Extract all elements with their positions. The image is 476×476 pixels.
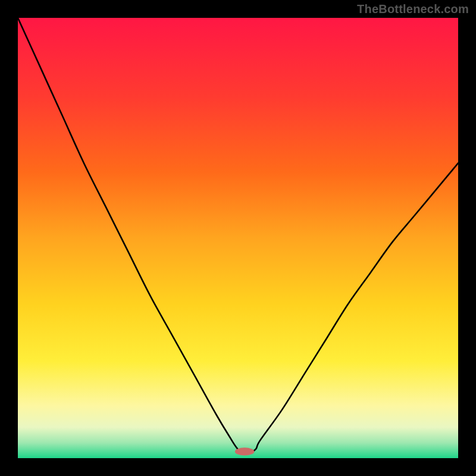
bottleneck-chart <box>18 18 458 458</box>
gradient-background <box>18 18 458 458</box>
optimal-point-marker <box>235 447 255 455</box>
chart-frame: TheBottleneck.com <box>0 0 476 476</box>
watermark-text: TheBottleneck.com <box>357 2 469 16</box>
plot-area <box>18 18 458 458</box>
